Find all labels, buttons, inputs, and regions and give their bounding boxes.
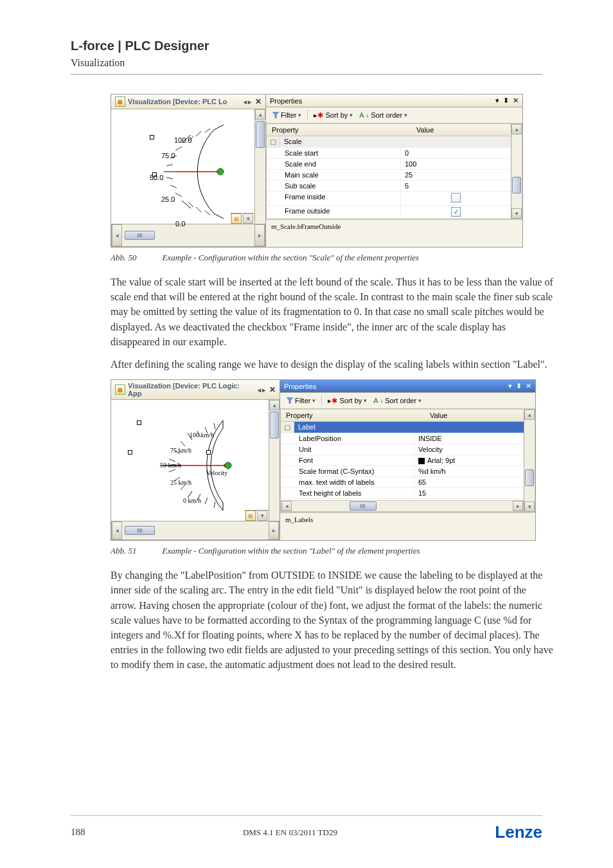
scroll-thumb[interactable]: [350, 502, 377, 511]
column-header-property[interactable]: Property: [281, 410, 425, 421]
sort-order-button[interactable]: A↓ Sort order ▾: [357, 111, 410, 119]
doc-icon: ▤: [115, 384, 125, 395]
scroll-down-button[interactable]: ▾: [243, 213, 253, 224]
scroll-right-button[interactable]: ▸: [513, 501, 523, 511]
scroll-thumb[interactable]: [512, 177, 521, 194]
scroll-left-button[interactable]: ◂: [281, 501, 292, 511]
sheet-icon[interactable]: ▤: [245, 511, 256, 521]
tab-next-icon[interactable]: ▸: [262, 386, 265, 393]
pin-icon[interactable]: ⬍: [503, 96, 509, 105]
funnel-icon: [287, 397, 293, 404]
filter-button[interactable]: Filter ▾: [284, 397, 318, 404]
value-cell[interactable]: %d km/h: [414, 466, 524, 476]
scroll-up-button[interactable]: ▴: [269, 400, 280, 410]
properties-title: Properties: [284, 383, 316, 390]
scroll-thumb[interactable]: [256, 121, 265, 148]
scroll-thumb[interactable]: [125, 231, 155, 240]
selection-handle[interactable]: [206, 450, 211, 455]
vertical-scrollbar[interactable]: ▴: [254, 109, 265, 224]
scroll-right-button[interactable]: ▸: [254, 224, 265, 246]
horizontal-scrollbar[interactable]: ◂ ▸: [111, 224, 265, 247]
dropdown-icon[interactable]: ▾: [508, 382, 512, 390]
column-header-value[interactable]: Value: [411, 124, 439, 136]
scroll-down-button[interactable]: ▾: [511, 208, 522, 219]
close-icon[interactable]: ✕: [526, 382, 531, 390]
value-cell[interactable]: Arial; 9pt: [414, 455, 524, 466]
scroll-left-button[interactable]: ◂: [112, 521, 122, 539]
vertical-scrollbar[interactable]: ▴: [269, 400, 280, 521]
value-cell[interactable]: 25: [401, 170, 511, 180]
value-cell[interactable]: 5: [401, 181, 511, 191]
close-icon[interactable]: ✕: [513, 96, 519, 105]
checkbox-frame-outside[interactable]: [451, 207, 461, 217]
filter-button[interactable]: Filter ▾: [270, 111, 304, 119]
sort-by-button[interactable]: ▸✱ Sort by ▾: [311, 111, 355, 120]
column-header-value[interactable]: Value: [425, 410, 452, 421]
svg-line-15: [196, 207, 201, 212]
value-cell[interactable]: 100: [401, 159, 511, 169]
selection-handle[interactable]: [137, 420, 141, 425]
value-cell[interactable]: [401, 192, 511, 205]
horizontal-scrollbar[interactable]: ◂ ▸: [111, 521, 280, 540]
tab-prev-icon[interactable]: ◂: [258, 386, 261, 393]
gauge-canvas[interactable]: 100.0 75.0 50.0 25.0 0.0 ▤ ▾: [111, 109, 254, 224]
pin-icon[interactable]: ⬍: [516, 382, 522, 390]
properties-grid: Property Value ▢ Scale Scale start0 Scal…: [266, 123, 522, 219]
funnel-icon: [272, 112, 279, 118]
svg-line-14: [188, 202, 193, 207]
value-cell[interactable]: [401, 206, 511, 218]
grid-horizontal-scrollbar[interactable]: ◂ ▸: [281, 500, 524, 512]
value-cell[interactable]: 65: [414, 477, 524, 487]
tab-title: Visualization [Device: PLC Lo: [128, 98, 227, 105]
property-row: Frame inside: [267, 192, 511, 206]
selection-handle[interactable]: [128, 450, 132, 455]
gauge-canvas[interactable]: 100 km/h 75 km/h 50 km/h 25 km/h 0 km/h …: [111, 400, 269, 521]
collapse-icon[interactable]: ▢: [267, 136, 280, 147]
value-cell[interactable]: 15: [414, 488, 524, 498]
tab-close-icon[interactable]: ✕: [269, 385, 276, 394]
dropdown-icon[interactable]: ▾: [495, 96, 499, 105]
grid-vertical-scrollbar[interactable]: ▴ ▾: [524, 410, 535, 512]
value-cell[interactable]: 0: [401, 148, 511, 158]
sort-by-button[interactable]: ▸✱ Sort by ▾: [325, 397, 369, 405]
grid-vertical-scrollbar[interactable]: ▴ ▾: [511, 124, 522, 219]
scroll-down-button[interactable]: ▾: [257, 511, 267, 521]
visualization-tab[interactable]: ▤ Visualization [Device: PLC Lo ◂ ▸ ✕: [111, 95, 265, 109]
gauge-tick-label: 25.0: [161, 195, 175, 203]
collapse-icon[interactable]: ▢: [281, 422, 294, 433]
scroll-thumb[interactable]: [270, 411, 279, 439]
tab-title: Visualization [Device: PLC Logic: App: [128, 382, 255, 397]
property-row: Text height of labels15: [281, 488, 524, 499]
scroll-thumb[interactable]: [125, 526, 155, 535]
svg-point-38: [225, 462, 231, 469]
scroll-up-button[interactable]: ▴: [255, 109, 265, 120]
checkbox-frame-inside[interactable]: [451, 193, 461, 203]
visualization-tab[interactable]: ▤ Visualization [Device: PLC Logic: App …: [111, 380, 280, 400]
property-group-scale[interactable]: ▢ Scale: [267, 136, 511, 148]
tab-prev-icon[interactable]: ◂: [244, 98, 247, 105]
selection-handle[interactable]: [150, 135, 154, 140]
scroll-up-button[interactable]: ▴: [524, 410, 535, 420]
scroll-left-button[interactable]: ◂: [112, 224, 122, 246]
scroll-thumb[interactable]: [525, 469, 534, 486]
scroll-up-button[interactable]: ▴: [511, 124, 522, 134]
svg-line-6: [196, 131, 201, 136]
properties-header: Properties ▾ ⬍ ✕: [266, 95, 522, 107]
gauge-tick-label: 100 km/h: [190, 431, 214, 439]
sort-order-button[interactable]: A↓ Sort order ▾: [371, 397, 424, 404]
value-cell[interactable]: INSIDE: [414, 433, 524, 444]
value-cell[interactable]: Velocity: [414, 444, 524, 455]
tab-close-icon[interactable]: ✕: [255, 97, 262, 106]
svg-line-10: [166, 165, 173, 166]
scroll-right-button[interactable]: ▸: [269, 521, 279, 539]
scroll-down-button[interactable]: ▾: [524, 502, 535, 512]
screenshot-label: ▤ Visualization [Device: PLC Logic: App …: [111, 379, 536, 541]
column-header-property[interactable]: Property: [267, 124, 411, 136]
page-number: 188: [71, 827, 85, 838]
tab-next-icon[interactable]: ▸: [248, 98, 251, 105]
property-description: m_Scale.bFrameOutside: [266, 219, 522, 247]
figure-caption-1: Abb. 50 Example - Configuration within t…: [111, 253, 522, 263]
property-group-label[interactable]: ▢ Label: [281, 422, 524, 433]
svg-line-11: [166, 177, 173, 179]
sheet-icon[interactable]: ▤: [231, 213, 242, 224]
